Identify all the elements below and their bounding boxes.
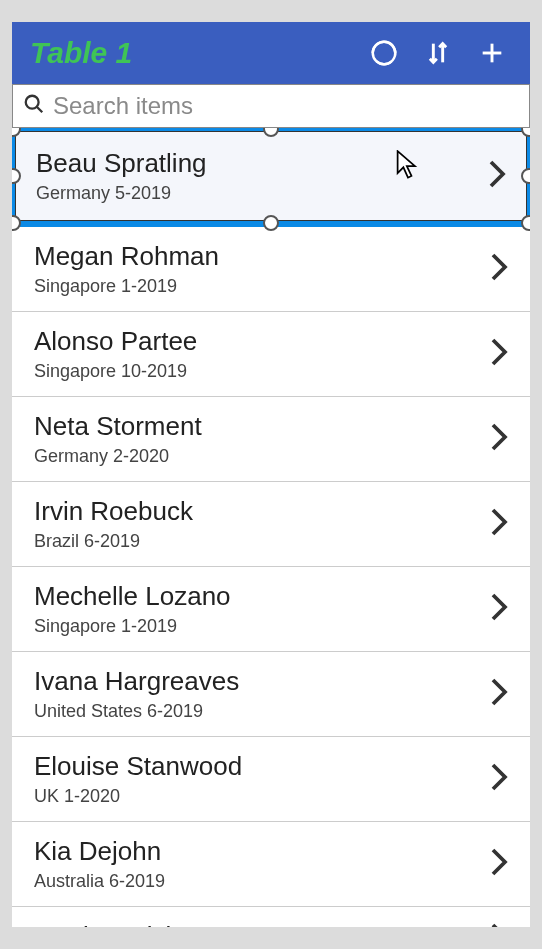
svg-point-4: [26, 96, 39, 109]
item-name: Megan Rohman: [34, 241, 490, 272]
list-item[interactable]: Irvin Roebuck Brazil 6-2019: [12, 482, 530, 567]
list-item-content: Kia Dejohn Australia 6-2019: [34, 836, 490, 892]
item-subtitle: Germany 2-2020: [34, 446, 490, 467]
search-input[interactable]: [53, 92, 519, 120]
item-subtitle: Brazil 6-2019: [34, 531, 490, 552]
list-item[interactable]: Kia Dejohn Australia 6-2019: [12, 822, 530, 907]
item-name: Tamica Trickett: [34, 921, 490, 927]
refresh-button[interactable]: [364, 33, 404, 73]
list-item[interactable]: Elouise Stanwood UK 1-2020: [12, 737, 530, 822]
list-item-content: Mechelle Lozano Singapore 1-2019: [34, 581, 490, 637]
selection-handle[interactable]: [521, 215, 530, 231]
list-item[interactable]: Ivana Hargreaves United States 6-2019: [12, 652, 530, 737]
selection-handle[interactable]: [263, 215, 279, 231]
selection-handle[interactable]: [521, 168, 530, 184]
chevron-right-icon: [490, 762, 508, 796]
item-name: Kia Dejohn: [34, 836, 490, 867]
search-bar[interactable]: [12, 84, 530, 128]
list-item[interactable]: Mechelle Lozano Singapore 1-2019: [12, 567, 530, 652]
list-item-content: Tamica Trickett: [34, 921, 490, 927]
chevron-right-icon: [490, 337, 508, 371]
chevron-right-icon: [490, 252, 508, 286]
search-icon: [23, 93, 45, 119]
item-subtitle: UK 1-2020: [34, 786, 490, 807]
page-title: Table 1: [30, 36, 350, 70]
chevron-right-icon: [490, 922, 508, 928]
app-container: Table 1: [12, 22, 530, 927]
chevron-right-icon: [490, 677, 508, 711]
sort-icon: [424, 39, 452, 67]
list-item[interactable]: Beau Spratling Germany 5-2019: [15, 131, 527, 221]
list-item-content: Elouise Stanwood UK 1-2020: [34, 751, 490, 807]
list-item-content: Neta Storment Germany 2-2020: [34, 411, 490, 467]
item-subtitle: Singapore 10-2019: [34, 361, 490, 382]
item-name: Elouise Stanwood: [34, 751, 490, 782]
chevron-right-icon: [488, 159, 506, 193]
refresh-icon: [369, 38, 399, 68]
item-subtitle: Singapore 1-2019: [34, 616, 490, 637]
selection-frame: Beau Spratling Germany 5-2019: [12, 128, 530, 227]
chevron-right-icon: [490, 507, 508, 541]
svg-line-5: [37, 107, 43, 113]
item-name: Beau Spratling: [36, 148, 488, 179]
list-item-content: Irvin Roebuck Brazil 6-2019: [34, 496, 490, 552]
item-name: Ivana Hargreaves: [34, 666, 490, 697]
chevron-right-icon: [490, 847, 508, 881]
item-subtitle: Germany 5-2019: [36, 183, 488, 204]
list-item-content: Megan Rohman Singapore 1-2019: [34, 241, 490, 297]
list-container: Beau Spratling Germany 5-2019 Megan Rohm…: [12, 128, 530, 927]
item-subtitle: Australia 6-2019: [34, 871, 490, 892]
header-bar: Table 1: [12, 22, 530, 84]
item-name: Neta Storment: [34, 411, 490, 442]
add-button[interactable]: [472, 33, 512, 73]
item-name: Alonso Partee: [34, 326, 490, 357]
chevron-right-icon: [490, 592, 508, 626]
plus-icon: [478, 39, 506, 67]
list-item-content: Ivana Hargreaves United States 6-2019: [34, 666, 490, 722]
item-name: Mechelle Lozano: [34, 581, 490, 612]
item-subtitle: Singapore 1-2019: [34, 276, 490, 297]
list-item[interactable]: Neta Storment Germany 2-2020: [12, 397, 530, 482]
list-item-content: Beau Spratling Germany 5-2019: [36, 148, 488, 204]
item-subtitle: United States 6-2019: [34, 701, 490, 722]
chevron-right-icon: [490, 422, 508, 456]
list-item[interactable]: Alonso Partee Singapore 10-2019: [12, 312, 530, 397]
item-name: Irvin Roebuck: [34, 496, 490, 527]
sort-button[interactable]: [418, 33, 458, 73]
list-item-content: Alonso Partee Singapore 10-2019: [34, 326, 490, 382]
list-item[interactable]: Tamica Trickett: [12, 907, 530, 927]
list-item[interactable]: Megan Rohman Singapore 1-2019: [12, 227, 530, 312]
